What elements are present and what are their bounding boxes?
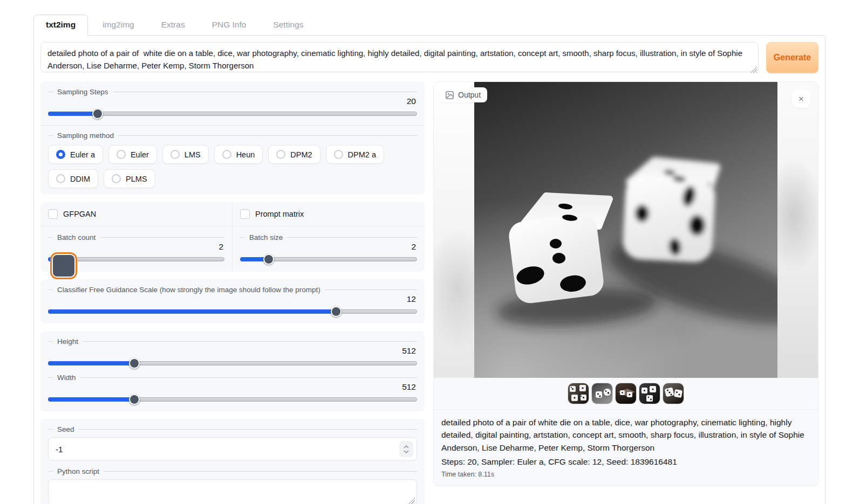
sampler-option-dpm2-a[interactable]: DPM2 a: [326, 145, 384, 164]
toggles-batch-group: GFPGAN Prompt matrix Batch count 2: [40, 202, 425, 272]
dimensions-group: Height 512 Width 512: [40, 331, 425, 411]
dice-thumbnail-image: [592, 383, 612, 404]
sampler-option-lms[interactable]: LMS: [162, 145, 209, 164]
radio-icon: [222, 150, 231, 159]
output-panel: Output ×: [433, 81, 818, 486]
radio-icon: [56, 174, 65, 183]
gallery-thumbnail[interactable]: [639, 383, 660, 404]
cfg-scale-slider[interactable]: [48, 306, 417, 317]
output-image[interactable]: [474, 82, 777, 378]
cfg-group: Classifier Free Guidance Scale (how stro…: [40, 279, 425, 323]
height-value: 512: [48, 346, 416, 356]
preview-blur-right: [777, 82, 818, 378]
radio-icon: [334, 150, 343, 159]
prompt-input[interactable]: detailed photo of a pair of white die on…: [40, 42, 759, 72]
gallery-thumbnail[interactable]: [663, 383, 684, 404]
checkbox-icon: [48, 209, 58, 219]
generate-button[interactable]: Generate: [766, 42, 818, 73]
slider-thumb[interactable]: [263, 254, 274, 265]
slider-thumb[interactable]: [52, 254, 76, 278]
sampler-option-dpm2[interactable]: DPM2: [268, 145, 320, 164]
radio-icon: [112, 174, 121, 183]
tab-bar: txt2img img2img Extras PNG Info Settings: [33, 15, 825, 35]
batch-size-slider[interactable]: [240, 254, 417, 265]
cfg-scale-value: 12: [48, 294, 416, 304]
preview-blur-left: [434, 82, 474, 378]
image-icon: [446, 91, 454, 99]
output-time-taken: Time taken: 8.11s: [441, 471, 810, 478]
batch-count-slider[interactable]: [48, 254, 224, 265]
prompt-row: detailed photo of a pair of white die on…: [40, 42, 818, 74]
batch-size-label: Batch size: [240, 233, 417, 241]
python-script-label: Python script: [48, 467, 417, 475]
sampling-method-options: Euler a Euler LMS Heun DPM2 DPM2 a DDIM …: [48, 145, 417, 188]
slider-thumb[interactable]: [129, 358, 140, 369]
batch-count-label: Batch count: [48, 233, 224, 241]
width-slider[interactable]: [48, 394, 417, 405]
radio-icon: [56, 150, 65, 159]
slider-thumb[interactable]: [129, 394, 140, 405]
tab-png-info[interactable]: PNG Info: [200, 15, 259, 35]
dice-thumbnail-image: [568, 383, 589, 404]
dice-thumbnail-image: [616, 383, 636, 404]
sampler-option-plms[interactable]: PLMS: [104, 169, 155, 188]
spinner-up-icon[interactable]: [404, 445, 409, 448]
tab-extras[interactable]: Extras: [149, 15, 197, 35]
sampling-steps-value: 20: [48, 96, 416, 106]
output-params: Steps: 20, Sampler: Euler a, CFG scale: …: [441, 455, 810, 468]
width-value: 512: [48, 382, 416, 392]
height-slider[interactable]: [48, 358, 417, 369]
dice-thumbnail-image: [639, 383, 660, 404]
radio-icon: [117, 150, 126, 159]
output-preview: Output ×: [434, 82, 818, 378]
radio-icon: [276, 150, 285, 159]
cfg-scale-label: Classifier Free Guidance Scale (how stro…: [48, 286, 417, 294]
slider-thumb[interactable]: [331, 306, 342, 317]
seed-stepper[interactable]: [399, 441, 413, 457]
checkbox-icon: [240, 209, 250, 219]
batch-count-value: 2: [48, 242, 223, 252]
batch-size-value: 2: [240, 242, 416, 252]
slider-thumb[interactable]: [92, 108, 103, 119]
close-output-button[interactable]: ×: [792, 89, 810, 108]
sampler-option-euler[interactable]: Euler: [108, 145, 157, 164]
settings-column: Sampling Steps 20 Sampling method Euler …: [40, 81, 425, 504]
gallery-thumbnail[interactable]: [568, 383, 589, 404]
dice-thumbnail-image: [663, 383, 684, 404]
seed-script-group: Seed Python script: [40, 419, 425, 504]
gallery-thumbnail[interactable]: [616, 383, 636, 404]
output-caption: detailed photo of a pair of white die on…: [441, 416, 810, 454]
sampling-method-label: Sampling method: [48, 132, 417, 140]
sampler-option-euler-a[interactable]: Euler a: [48, 145, 103, 164]
python-script-input[interactable]: [48, 479, 417, 504]
prompt-matrix-checkbox[interactable]: Prompt matrix: [240, 209, 417, 219]
sampler-option-heun[interactable]: Heun: [214, 145, 263, 164]
main-frame: detailed photo of a pair of white die on…: [33, 35, 825, 504]
gfpgan-checkbox[interactable]: GFPGAN: [48, 209, 224, 219]
tab-img2img[interactable]: img2img: [90, 15, 147, 35]
app-root: txt2img img2img Extras PNG Info Settings…: [0, 0, 860, 504]
tab-settings[interactable]: Settings: [261, 15, 316, 35]
sampling-steps-slider[interactable]: [48, 108, 417, 119]
output-caption-area: detailed photo of a pair of white die on…: [434, 409, 818, 486]
radio-icon: [170, 150, 180, 159]
sampling-group: Sampling Steps 20 Sampling method Euler …: [40, 81, 425, 195]
spinner-down-icon[interactable]: [404, 450, 409, 453]
seed-label: Seed: [48, 425, 417, 433]
sampling-steps-label: Sampling Steps: [48, 88, 417, 96]
seed-input[interactable]: [48, 437, 417, 461]
height-label: Height: [48, 337, 417, 346]
width-label: Width: [48, 374, 417, 382]
output-gallery: [434, 378, 818, 409]
gallery-thumbnail[interactable]: [592, 383, 612, 404]
tab-txt2img[interactable]: txt2img: [33, 15, 88, 36]
output-label: Output: [439, 87, 487, 102]
sampler-option-ddim[interactable]: DDIM: [48, 169, 98, 188]
